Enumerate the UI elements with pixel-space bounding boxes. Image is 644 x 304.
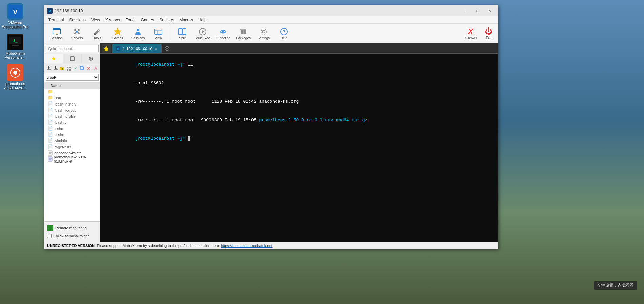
list-item[interactable]: 📄 .viminfo xyxy=(44,138,100,144)
list-item[interactable]: 📄 .cshrc xyxy=(44,126,100,132)
svg-rect-27 xyxy=(183,28,186,35)
settings-icon xyxy=(259,27,268,36)
remote-monitoring-button[interactable]: Remote monitoring xyxy=(46,224,99,232)
toolbar-help-button[interactable]: ? Help xyxy=(275,25,294,42)
svg-rect-49 xyxy=(67,66,68,68)
svg-rect-14 xyxy=(55,35,59,35)
desktop-icon-vmware[interactable]: V VMware Workstation Pro xyxy=(2,3,29,29)
desktop: V VMware Workstation Pro $_ MobaXterm Pe… xyxy=(0,0,644,304)
rename-btn[interactable]: A xyxy=(93,65,99,72)
list-item[interactable]: prometheus-2.50.0-rc.0.linux-a xyxy=(44,156,100,162)
sidebar-bottom: Remote monitoring Follow terminal folder xyxy=(44,221,100,242)
toolbar-settings-button[interactable]: Settings xyxy=(254,25,273,42)
desktop-icon-mobaterm[interactable]: $_ MobaXterm Personal 2... xyxy=(2,34,29,59)
list-item[interactable]: 📄 .bash_logout xyxy=(44,107,100,113)
tab-session-1[interactable]: M 4. 192.168.100.10 ✕ xyxy=(112,44,162,53)
new-tab-button[interactable] xyxy=(163,44,171,53)
quick-connect-input[interactable] xyxy=(46,45,99,52)
file-list-header: Name xyxy=(44,82,100,89)
svg-rect-55 xyxy=(48,151,52,155)
tab-close-button[interactable]: ✕ xyxy=(155,47,157,51)
svg-rect-23 xyxy=(155,29,162,34)
prometheus-icon-label: prometheus -2.50.0-rc:0... xyxy=(2,82,29,90)
toolbar-games-button[interactable]: Games xyxy=(108,25,127,42)
tab-label: 4. 192.168.100.10 xyxy=(122,46,153,51)
file-icon: 📄 xyxy=(48,144,53,150)
list-item[interactable]: 📄 .tcshrc xyxy=(44,132,100,138)
delete-btn[interactable]: ✕ xyxy=(86,65,92,72)
menu-settings[interactable]: Settings xyxy=(157,17,177,23)
svg-rect-37 xyxy=(70,57,74,61)
menu-bar: Terminal Sessions View X server Tools Ga… xyxy=(44,16,498,24)
new-folder-btn[interactable] xyxy=(59,65,65,72)
close-button[interactable]: ✕ xyxy=(484,7,495,14)
follow-terminal-folder-area: Follow terminal folder xyxy=(46,232,99,240)
help-icon: ? xyxy=(279,27,289,36)
file-icon: 📄 xyxy=(48,101,53,107)
toolbar-packages-button[interactable]: Packages xyxy=(234,25,253,42)
toolbar-multiexec-button[interactable]: MultiExec xyxy=(193,25,212,42)
follow-terminal-folder-label: Follow terminal folder xyxy=(54,234,89,238)
toolbar-right: X X server ⏻ Exit xyxy=(462,25,495,41)
maximize-button[interactable]: □ xyxy=(472,7,483,14)
menu-tools[interactable]: Tools xyxy=(123,17,138,23)
menu-xserver[interactable]: X server xyxy=(103,17,123,23)
tab-bar: M 4. 192.168.100.10 ✕ xyxy=(100,43,498,54)
toolbar-view-button[interactable]: View xyxy=(149,25,168,42)
window-controls: − □ ✕ xyxy=(460,7,495,14)
toolbar-session-button[interactable]: Session xyxy=(47,25,66,42)
svg-rect-51 xyxy=(67,69,68,71)
file-item-name: .tcshrc xyxy=(54,133,65,137)
toolbar-split-button[interactable]: Split xyxy=(173,25,192,42)
xserver-label: X server xyxy=(464,36,477,40)
toolbar-tools-button[interactable]: Tools xyxy=(88,25,107,42)
sidebar-tab-explorer[interactable] xyxy=(82,54,100,63)
list-item[interactable]: 📄 .bash_profile xyxy=(44,113,100,119)
xserver-button[interactable]: X X server xyxy=(462,25,480,41)
menu-view[interactable]: View xyxy=(88,17,103,23)
svg-text:V: V xyxy=(13,8,18,16)
svg-rect-59 xyxy=(48,157,52,162)
minimize-button[interactable]: − xyxy=(460,7,471,14)
sidebar-tab-bookmarks[interactable]: ★ xyxy=(44,54,63,63)
list-item[interactable]: 📁 .ssh xyxy=(44,95,100,101)
file-toolbar: ✓ ✕ A xyxy=(44,63,100,73)
copy-btn[interactable] xyxy=(79,65,85,72)
bookmark-btn[interactable]: ✓ xyxy=(73,65,79,72)
svg-rect-26 xyxy=(179,28,182,35)
games-icon xyxy=(113,27,122,36)
session-icon xyxy=(52,27,61,36)
follow-terminal-folder-checkbox[interactable] xyxy=(47,234,52,238)
list-item[interactable]: 📄 .bashrc xyxy=(44,119,100,126)
title-bar: M 192.168.100.10 − □ ✕ xyxy=(44,5,498,16)
toolbar-sessions-button[interactable]: Sessions xyxy=(128,25,147,42)
menu-help[interactable]: Help xyxy=(196,17,209,23)
terminal-line: [root@localhost ~]# ll xyxy=(103,56,495,74)
terminal-command: ll xyxy=(188,62,193,67)
list-item[interactable]: 📁 .. xyxy=(44,89,100,95)
upload-btn[interactable] xyxy=(46,65,52,72)
list-item[interactable]: 📄 .bash_history xyxy=(44,101,100,107)
terminal[interactable]: [root@localhost ~]# ll total 96692 -rw--… xyxy=(100,54,498,242)
sidebar-tab-sessions[interactable] xyxy=(63,54,82,63)
svg-point-22 xyxy=(137,28,139,31)
desktop-icon-prometheus[interactable]: prometheus -2.50.0-rc:0... xyxy=(2,64,29,90)
exit-button[interactable]: ⏻ Exit xyxy=(482,26,495,41)
menu-terminal[interactable]: Terminal xyxy=(46,17,66,23)
download-btn[interactable] xyxy=(53,65,59,72)
sidebar: ★ xyxy=(44,43,100,242)
mobatek-link[interactable]: https://mobaxterm.mobatek.net xyxy=(221,244,273,248)
list-item[interactable]: 📄 .wget-hsts xyxy=(44,144,100,150)
remote-monitoring-label: Remote monitoring xyxy=(55,226,87,230)
tab-home-button[interactable] xyxy=(102,44,111,53)
path-select[interactable]: /root/ xyxy=(46,74,99,81)
menu-macros[interactable]: Macros xyxy=(177,17,196,23)
desktop-icons: V VMware Workstation Pro $_ MobaXterm Pe… xyxy=(2,3,29,90)
view-toggle-btn[interactable] xyxy=(66,65,72,72)
tooltip-box: 个性设置，点我看看 xyxy=(594,281,637,290)
toolbar-tunneling-button[interactable]: Tunneling xyxy=(214,25,233,42)
toolbar-servers-button[interactable]: Servers xyxy=(67,25,86,42)
view-btn-label: View xyxy=(155,36,162,40)
menu-games[interactable]: Games xyxy=(138,17,157,23)
menu-sessions[interactable]: Sessions xyxy=(66,17,88,23)
